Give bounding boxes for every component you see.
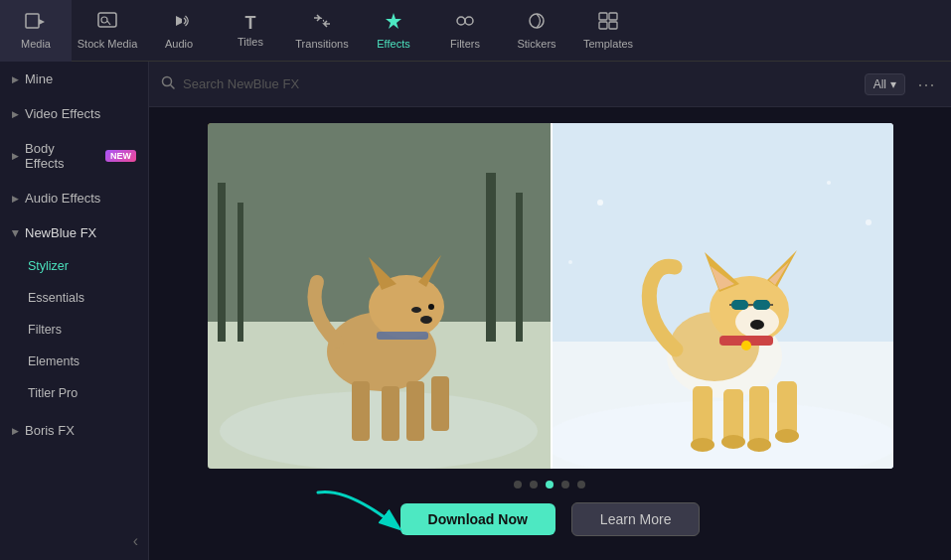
sidebar-sub-item-titler-pro[interactable]: Titler Pro xyxy=(0,377,148,409)
search-icon xyxy=(161,75,175,92)
preview-controls: Download Now Learn More xyxy=(400,469,701,548)
sidebar-label-newblue-fx: NewBlue FX xyxy=(25,225,96,240)
chevron-icon-audio-effects: ▶ xyxy=(12,194,19,204)
sidebar-sub-item-stylizer[interactable]: Stylizer xyxy=(0,250,148,282)
learn-more-button[interactable]: Learn More xyxy=(571,502,701,536)
titles-icon: T xyxy=(245,14,256,32)
sub-label-filters: Filters xyxy=(28,323,62,337)
sidebar-item-video-effects[interactable]: ▶ Video Effects xyxy=(0,96,148,131)
chevron-icon-body-effects: ▶ xyxy=(12,151,19,161)
filter-dropdown[interactable]: All ▾ xyxy=(865,73,905,95)
dot-2[interactable] xyxy=(530,481,538,489)
svg-point-25 xyxy=(411,307,421,313)
toolbar-label-transitions: Transitions xyxy=(295,38,348,50)
chevron-icon-video-effects: ▶ xyxy=(12,109,19,119)
sidebar: ▶ Mine ▶ Video Effects ▶ Body Effects NE… xyxy=(0,62,149,560)
sidebar-item-body-effects[interactable]: ▶ Body Effects NEW xyxy=(0,131,148,181)
svg-point-6 xyxy=(465,17,473,25)
transitions-icon xyxy=(311,11,333,34)
svg-point-27 xyxy=(420,316,432,324)
more-options-button[interactable]: ⋯ xyxy=(913,73,939,95)
svg-marker-1 xyxy=(39,19,45,25)
svg-rect-19 xyxy=(516,193,523,342)
svg-rect-17 xyxy=(238,203,243,342)
toolbar-label-stock-media: Stock Media xyxy=(78,38,138,50)
sidebar-item-mine[interactable]: ▶ Mine xyxy=(0,62,148,96)
toolbar-item-media[interactable]: Media xyxy=(0,0,72,62)
sidebar-label-video-effects: Video Effects xyxy=(25,106,100,121)
toolbar-item-filters[interactable]: Filters xyxy=(429,0,501,62)
preview-image xyxy=(208,123,893,469)
sidebar-sub-item-essentials[interactable]: Essentials xyxy=(0,282,148,314)
dot-3[interactable] xyxy=(546,481,554,489)
filters-icon xyxy=(454,11,476,34)
sidebar-collapse-button[interactable]: ‹ xyxy=(0,522,148,560)
chevron-icon-newblue-fx: ▶ xyxy=(11,229,21,236)
sidebar-item-audio-effects[interactable]: ▶ Audio Effects xyxy=(0,181,148,215)
preview-divider xyxy=(551,123,553,469)
svg-rect-29 xyxy=(382,386,399,441)
sidebar-item-newblue-fx[interactable]: ▶ NewBlue FX xyxy=(0,215,148,250)
svg-point-62 xyxy=(597,200,603,206)
sidebar-sub-item-elements[interactable]: Elements xyxy=(0,346,148,377)
toolbar: Media Stock Media Audio T Titles xyxy=(0,0,951,62)
toolbar-item-stickers[interactable]: Stickers xyxy=(501,0,572,62)
svg-rect-28 xyxy=(352,381,370,441)
svg-point-59 xyxy=(775,429,799,443)
toolbar-label-effects: Effects xyxy=(377,38,409,50)
sidebar-label-boris-fx: Boris FX xyxy=(25,423,75,438)
toolbar-item-templates[interactable]: Templates xyxy=(572,0,644,62)
toolbar-label-media: Media xyxy=(21,38,51,50)
svg-point-3 xyxy=(101,17,107,23)
sub-label-elements: Elements xyxy=(28,354,79,368)
content-area: All ▾ ⋯ xyxy=(149,62,951,560)
svg-rect-11 xyxy=(609,22,617,29)
collapse-icon: ‹ xyxy=(133,532,138,550)
svg-rect-31 xyxy=(431,376,449,431)
toolbar-item-stock-media[interactable]: Stock Media xyxy=(72,0,143,62)
svg-rect-32 xyxy=(377,332,428,340)
toolbar-item-effects[interactable]: Effects xyxy=(358,0,429,62)
main-area: ▶ Mine ▶ Video Effects ▶ Body Effects NE… xyxy=(0,62,951,560)
action-buttons-row: Download Now Learn More xyxy=(400,502,701,536)
svg-line-13 xyxy=(171,85,175,89)
dot-1[interactable] xyxy=(514,481,522,489)
sidebar-label-audio-effects: Audio Effects xyxy=(25,191,100,206)
svg-rect-8 xyxy=(599,13,607,20)
pagination-dots xyxy=(514,481,585,489)
preview-left-half xyxy=(208,123,551,469)
sidebar-label-body-effects: Body Effects xyxy=(25,141,95,171)
svg-rect-46 xyxy=(753,300,770,310)
dot-5[interactable] xyxy=(577,481,585,489)
svg-point-20 xyxy=(220,391,538,469)
svg-point-7 xyxy=(530,14,544,28)
search-input[interactable] xyxy=(183,76,857,91)
toolbar-item-titles[interactable]: T Titles xyxy=(215,0,286,62)
toolbar-label-audio: Audio xyxy=(165,38,193,50)
sidebar-sub-item-filters[interactable]: Filters xyxy=(0,314,148,346)
audio-icon xyxy=(168,11,190,34)
dot-4[interactable] xyxy=(561,481,569,489)
svg-point-64 xyxy=(568,260,572,264)
stickers-icon xyxy=(526,11,548,34)
toolbar-item-transitions[interactable]: Transitions xyxy=(286,0,358,62)
toolbar-label-titles: Titles xyxy=(238,36,263,48)
sidebar-label-mine: Mine xyxy=(25,71,53,86)
sidebar-item-boris-fx[interactable]: ▶ Boris FX xyxy=(0,413,148,448)
svg-rect-45 xyxy=(731,300,748,310)
svg-rect-10 xyxy=(599,22,607,29)
svg-point-61 xyxy=(741,341,751,350)
search-bar: All ▾ ⋯ xyxy=(149,62,951,107)
svg-rect-53 xyxy=(723,389,743,442)
templates-icon xyxy=(597,11,619,34)
svg-point-65 xyxy=(866,219,872,225)
svg-rect-52 xyxy=(693,386,713,444)
toolbar-item-audio[interactable]: Audio xyxy=(143,0,215,62)
svg-rect-54 xyxy=(749,386,769,444)
svg-point-26 xyxy=(428,304,434,310)
stock-media-icon xyxy=(96,11,118,34)
download-now-button[interactable]: Download Now xyxy=(400,503,555,535)
media-icon xyxy=(25,11,47,34)
svg-rect-0 xyxy=(26,14,39,28)
svg-point-58 xyxy=(747,438,771,452)
